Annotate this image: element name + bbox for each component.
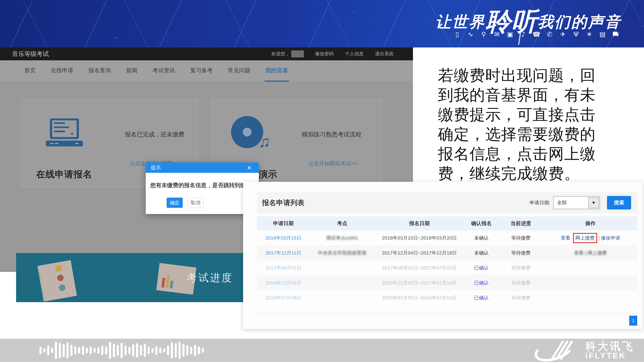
confirm-status: 未确认 [474, 250, 489, 256]
cart-icon: ▤ [598, 30, 607, 38]
apply-date-link[interactable]: 2018年03月15日 [265, 235, 301, 241]
table-row: 2016年07月06日 2016年07月05日~2016年07月13日 已确认 … [257, 290, 638, 305]
actions-redacted: 查看 | 网上缴费 [574, 250, 607, 256]
nav-tab-my-yinji[interactable]: 我的音基 [264, 60, 289, 82]
audio-waveform-icon [40, 342, 204, 359]
nav-tab-review[interactable]: 复习备考 [189, 60, 214, 82]
nav-tab-faq[interactable]: 常见问题 [227, 60, 251, 82]
nav-bar: 首页 在线申请 报名查询 新闻 考试资讯 复习备考 常见问题 我的音基 [0, 60, 413, 82]
confirm-status: 未确认 [474, 235, 489, 241]
registration-period: 2016年07月05日~2016年07月13日 [382, 295, 457, 300]
nav-tab-apply-online[interactable]: 在线申请 [50, 60, 74, 82]
col-venue: 考点 [310, 216, 374, 231]
application-list-panel: 报名申请列表 申请日期: 全部 ▼ 搜索 申请日期 考点 报名日期 确认报名 当… [243, 182, 642, 329]
registration-period: 2017年12月04日~2017年12月18日 [382, 250, 457, 256]
header-links: 欢迎您， 修改密码 个人信息 退出系统 [271, 50, 394, 57]
slide: 让世界聆听我们的声音 ▯ ∿ ⚲ ✉ ▣ ♪ ☎ ✆ ✈ Ψ ☀ ▤ ⛟ 音乐等… [0, 0, 644, 362]
online-pay-link-highlighted[interactable]: 网上缴费 [573, 233, 597, 243]
brand-english: iFLYTEK [586, 352, 634, 360]
progress-status: 等待缴费 [511, 265, 530, 271]
col-actions: 操作 [544, 216, 638, 231]
col-progress: 当前进度 [498, 216, 544, 231]
dialog-header: 提示 × [146, 162, 259, 173]
apply-card-title: 在线申请报名 [36, 168, 92, 181]
nav-tab-exam-info[interactable]: 考试资讯 [152, 60, 176, 82]
plane-icon: ✈ [559, 30, 567, 38]
pulse-icon: ∿ [466, 30, 475, 38]
filter-controls: 申请日期: 全部 ▼ 搜索 [530, 196, 631, 209]
app-header: 音乐等级考试 欢迎您， 修改密码 个人信息 退出系统 [0, 47, 413, 60]
confirm-status[interactable]: 已确认 [474, 295, 489, 300]
application-table: 申请日期 考点 报名日期 确认报名 当前进度 操作 2018年03月15日 测试… [257, 216, 638, 305]
progress-status: 等待缴费 [511, 280, 530, 285]
phone-call-icon: ☎ [532, 30, 541, 38]
separator: | [598, 235, 600, 241]
apply-date-link[interactable]: 2016年07月06日 [265, 295, 301, 300]
confirm-status[interactable]: 已确认 [474, 265, 489, 271]
search-button[interactable]: 搜索 [607, 196, 631, 209]
change-password-link[interactable]: 修改密码 [315, 51, 334, 57]
app-title: 音乐等级考试 [12, 50, 49, 58]
registration-period: 2017年06月01日~2017年07月22日 [382, 265, 457, 271]
table-row: 2017年06月01日 2017年06月01日~2017年07月22日 已确认 … [257, 261, 638, 276]
apply-date-link[interactable]: 2016年12月01日 [265, 280, 301, 285]
pagination-page-1[interactable]: 1 [629, 316, 637, 326]
iflytek-swoosh-icon [532, 340, 580, 361]
logout-link[interactable]: 退出系统 [375, 51, 394, 57]
nav-tab-registration-query[interactable]: 报名查询 [88, 60, 112, 82]
apply-date-link[interactable]: 2017年06月01日 [265, 265, 301, 271]
footer-bar: 科大讯飞 iFLYTEK [0, 339, 644, 362]
phone-icon: ▯ [453, 30, 462, 38]
search-icon: ⚲ [480, 30, 488, 38]
demo-desc-text: 模拟练习熟悉考试流程 [302, 130, 362, 138]
chevron-down-icon[interactable]: ▼ [588, 197, 599, 208]
brand-chinese: 科大讯飞 [586, 341, 634, 352]
slogan-prefix: 让世界 [435, 13, 486, 30]
top-banner: 让世界聆听我们的声音 ▯ ∿ ⚲ ✉ ▣ ♪ ☎ ✆ ✈ Ψ ☀ ▤ ⛟ [0, 0, 644, 47]
banner-icon-row: ▯ ∿ ⚲ ✉ ▣ ♪ ☎ ✆ ✈ Ψ ☀ ▤ ⛟ [453, 30, 620, 38]
sun-icon: ☀ [585, 30, 594, 38]
music-note-icon: ♪ [519, 30, 528, 38]
personal-info-link[interactable]: 个人信息 [345, 51, 364, 57]
apply-date-select[interactable]: 全部 ▼ [553, 196, 600, 209]
registration-period: 2016年12月01日~2017年01月18日 [382, 280, 457, 285]
laptop-icon [46, 118, 83, 147]
exam-progress-title: 考试进度 [187, 271, 233, 285]
progress-status: 等待缴费 [511, 295, 530, 300]
cancel-button[interactable]: 取消 [188, 198, 204, 208]
apply-date-link[interactable]: 2017年12月11日 [266, 250, 301, 256]
table-header-row: 申请日期 考点 报名日期 确认报名 当前进度 操作 [257, 216, 638, 231]
start-mock-exam-link[interactable]: 点击开始模拟考试>> [308, 160, 357, 167]
microphone-icon: Ψ [572, 30, 580, 38]
table-row: 2016年12月01日 2016年12月01日~2017年01月18日 已确认 … [257, 276, 638, 290]
modify-application-link[interactable]: 修改申请 [601, 235, 620, 241]
dialog-message: 您有未缴费的报名信息，是否跳转到缴费页 [150, 181, 255, 189]
welcome-text: 欢迎您， [271, 50, 304, 57]
apply-status-text: 报名已完成，还未缴费 [125, 130, 184, 138]
iflytek-wordmark: 科大讯飞 iFLYTEK [586, 341, 634, 360]
iflytek-logo: 科大讯飞 iFLYTEK [532, 340, 634, 361]
chat-icon: ✆ [546, 30, 554, 38]
table-row: 2018年03月15日 测试考点cs001 2018年03月15日~2018年0… [257, 231, 638, 246]
confirm-status[interactable]: 已确认 [474, 280, 489, 285]
col-confirm: 确认报名 [464, 216, 498, 231]
close-icon[interactable]: × [247, 164, 251, 171]
payment-prompt-dialog: 提示 × 您有未缴费的报名信息，是否跳转到缴费页 确定 取消 [146, 162, 259, 214]
venue-redacted: 中央音乐学院初级普测 [318, 250, 366, 256]
divider [257, 313, 638, 314]
instruction-text: 若缴费时出现问题，回 到我的音基界面，有未 缴费提示，可直接点击 确定，选择需要… [438, 66, 642, 183]
select-value: 全部 [557, 200, 567, 206]
filter-label: 申请日期: [530, 200, 550, 206]
progress-status: 等待缴费 [511, 235, 530, 241]
panel-title: 报名申请列表 [262, 198, 304, 208]
col-registration-period: 报名日期 [374, 216, 464, 231]
panel-titlebar: 报名申请列表 申请日期: 全部 ▼ 搜索 [257, 192, 638, 213]
ok-button[interactable]: 确定 [167, 198, 183, 208]
nav-tab-news[interactable]: 新闻 [125, 60, 138, 82]
registration-period: 2018年03月15日~2018年03月20日 [382, 235, 457, 241]
view-link[interactable]: 查看 [561, 235, 570, 241]
cd-music-icon: ♫ [231, 116, 268, 148]
nav-tab-home[interactable]: 首页 [23, 60, 36, 82]
progress-status: 等待缴费 [511, 250, 530, 256]
col-apply-date: 申请日期 [257, 216, 310, 231]
